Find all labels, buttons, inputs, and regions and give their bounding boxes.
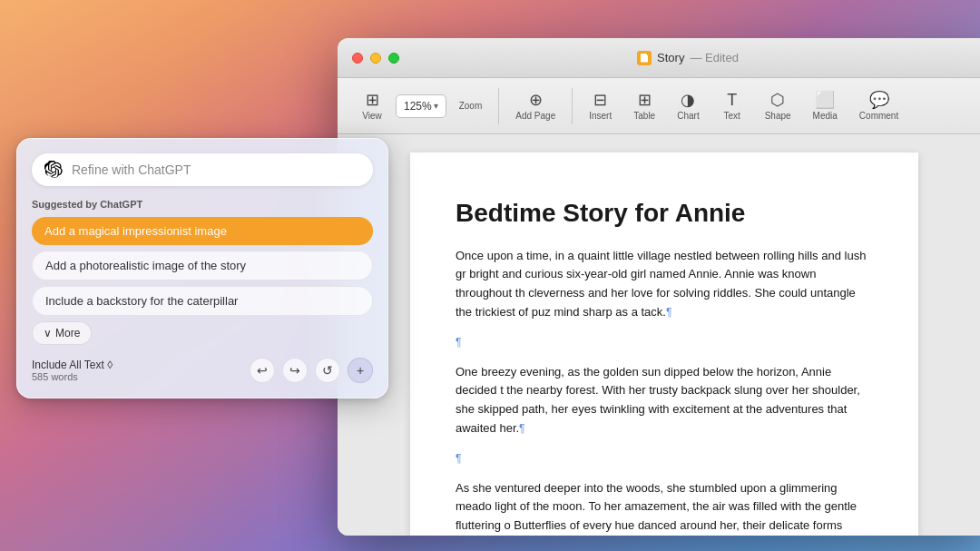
table-button[interactable]: ⊞ Table [624, 86, 664, 126]
chatgpt-popup: Refine with ChatGPT Suggested by ChatGPT… [16, 138, 388, 398]
zoom-chevron-icon: ▾ [434, 101, 438, 111]
undo-button[interactable]: ↩ [250, 358, 275, 383]
pages-window: Story — Edited ⊞ View 125% ▾ Zoom ⊕ Add … [338, 38, 980, 536]
document-page: Bedtime Story for Annie Once upon a time… [410, 153, 918, 536]
media-label: Media [813, 111, 838, 121]
paragraph-3: As she ventured deeper into the woods, s… [456, 479, 873, 536]
text-label: Text [724, 111, 740, 121]
media-button[interactable]: ⬜ Media [804, 86, 847, 126]
media-icon: ⬜ [815, 92, 835, 108]
title-area: Story — Edited [399, 51, 976, 65]
search-input[interactable]: Refine with ChatGPT [72, 162, 191, 177]
text-button[interactable]: T Text [712, 86, 752, 126]
add-page-icon: ⊕ [529, 92, 543, 108]
footer-left: Include All Text ◊ 585 words [32, 359, 113, 382]
text-icon: T [727, 92, 737, 108]
footer-actions: ↩ ↪ ↺ + [250, 358, 373, 383]
chart-icon: ◑ [681, 92, 695, 108]
pilcrow-3: ¶ [519, 422, 524, 435]
document-icon [637, 51, 652, 65]
pilcrow-1: ¶ [666, 306, 671, 319]
zoom-label: Zoom [459, 101, 483, 111]
zoom-label-group: Zoom [450, 95, 492, 116]
comment-button[interactable]: 💬 Comment [850, 86, 907, 126]
search-bar[interactable]: Refine with ChatGPT [32, 153, 373, 186]
zoom-control[interactable]: 125% ▾ [396, 94, 446, 118]
pilcrow-4: ¶ [456, 452, 461, 465]
comment-icon: 💬 [869, 92, 889, 108]
suggested-by-label: Suggested by ChatGPT [32, 199, 373, 210]
document-title-heading: Bedtime Story for Annie [456, 198, 873, 229]
chart-label: Chart [677, 111, 699, 121]
shape-button[interactable]: ⬡ Shape [756, 86, 800, 126]
close-button[interactable] [352, 53, 363, 64]
chatgpt-logo-icon [44, 161, 63, 179]
view-icon: ⊞ [366, 92, 379, 108]
redo-button[interactable]: ↪ [282, 358, 308, 383]
insert-button[interactable]: ⊟ Insert [580, 86, 621, 126]
add-page-label: Add Page [515, 111, 555, 121]
toolbar-separator-1 [498, 88, 499, 124]
title-bar: Story — Edited [338, 38, 980, 78]
suggestion-button-1[interactable]: Add a magical impressionist image [32, 217, 373, 245]
chevron-down-icon: ∨ [44, 327, 52, 339]
edited-label: — Edited [690, 51, 738, 64]
include-all-text-label[interactable]: Include All Text ◊ [32, 359, 113, 371]
suggestion-button-3[interactable]: Include a backstory for the caterpillar [32, 286, 373, 316]
paragraph-2: One breezy evening, as the golden sun di… [456, 363, 873, 438]
more-label: More [55, 327, 80, 339]
insert-label: Insert [589, 111, 612, 121]
document-title: Story [657, 51, 684, 64]
view-label: View [362, 111, 382, 121]
paragraph-break-2: ¶ [456, 449, 873, 468]
table-label: Table [633, 111, 655, 121]
view-button[interactable]: ⊞ View [352, 86, 392, 126]
toolbar: ⊞ View 125% ▾ Zoom ⊕ Add Page ⊟ Insert ⊞… [338, 78, 980, 134]
shape-label: Shape [765, 111, 791, 121]
popup-footer: Include All Text ◊ 585 words ↩ ↪ ↺ + [32, 358, 373, 383]
zoom-value: 125% [404, 100, 432, 113]
paragraph-1: Once upon a time, in a quaint little vil… [456, 247, 873, 322]
more-button[interactable]: ∨ More [32, 321, 92, 345]
comment-label: Comment [859, 111, 898, 121]
fullscreen-button[interactable] [388, 53, 399, 64]
toolbar-separator-2 [572, 88, 573, 124]
minimize-button[interactable] [370, 53, 381, 64]
shape-icon: ⬡ [770, 92, 785, 108]
paragraph-break-1: ¶ [456, 333, 873, 352]
traffic-lights [352, 53, 399, 64]
chart-button[interactable]: ◑ Chart [668, 86, 708, 126]
add-button[interactable]: + [348, 358, 373, 383]
add-page-button[interactable]: ⊕ Add Page [506, 86, 564, 126]
pilcrow-2: ¶ [456, 336, 461, 349]
table-icon: ⊞ [638, 92, 652, 108]
document-area: Bedtime Story for Annie Once upon a time… [338, 134, 980, 536]
suggestion-button-2[interactable]: Add a photorealistic image of the story [32, 251, 373, 280]
word-count-label: 585 words [32, 371, 113, 382]
refresh-button[interactable]: ↺ [315, 358, 340, 383]
insert-icon: ⊟ [593, 92, 607, 108]
